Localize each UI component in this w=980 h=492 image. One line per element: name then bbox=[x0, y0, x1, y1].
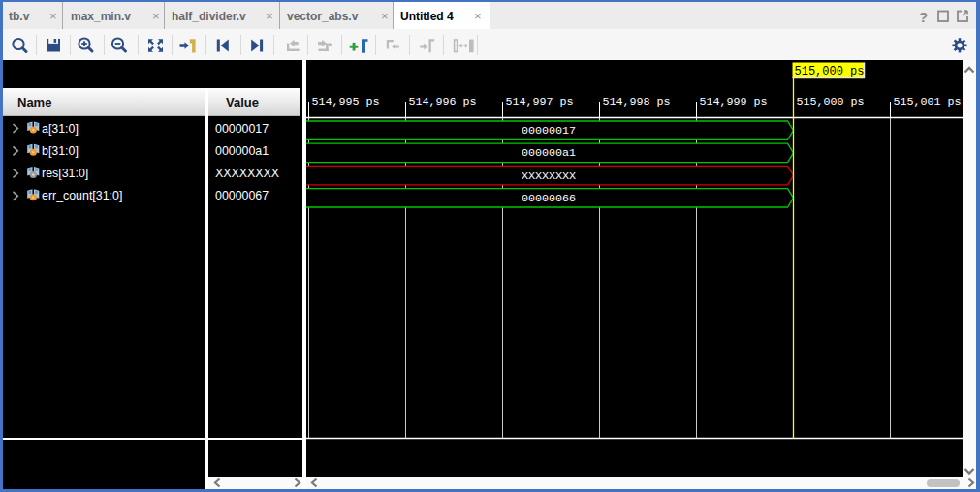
svg-text:00000066: 00000066 bbox=[522, 192, 576, 205]
svg-text:515,001 ps: 515,001 ps bbox=[894, 95, 962, 108]
svg-text:514,999 ps: 514,999 ps bbox=[700, 95, 768, 108]
svg-text:514,997 ps: 514,997 ps bbox=[506, 95, 574, 108]
svg-text:00000017: 00000017 bbox=[522, 124, 576, 138]
svg-text:515,000 ps: 515,000 ps bbox=[795, 65, 865, 78]
svg-text:515,000 ps: 515,000 ps bbox=[797, 95, 865, 108]
svg-text:514,995 ps: 514,995 ps bbox=[312, 95, 380, 108]
svg-text:514,996 ps: 514,996 ps bbox=[409, 95, 477, 108]
svg-text:514,998 ps: 514,998 ps bbox=[603, 95, 671, 108]
svg-text:000000a1: 000000a1 bbox=[522, 146, 576, 160]
svg-text:XXXXXXXX: XXXXXXXX bbox=[522, 169, 576, 183]
